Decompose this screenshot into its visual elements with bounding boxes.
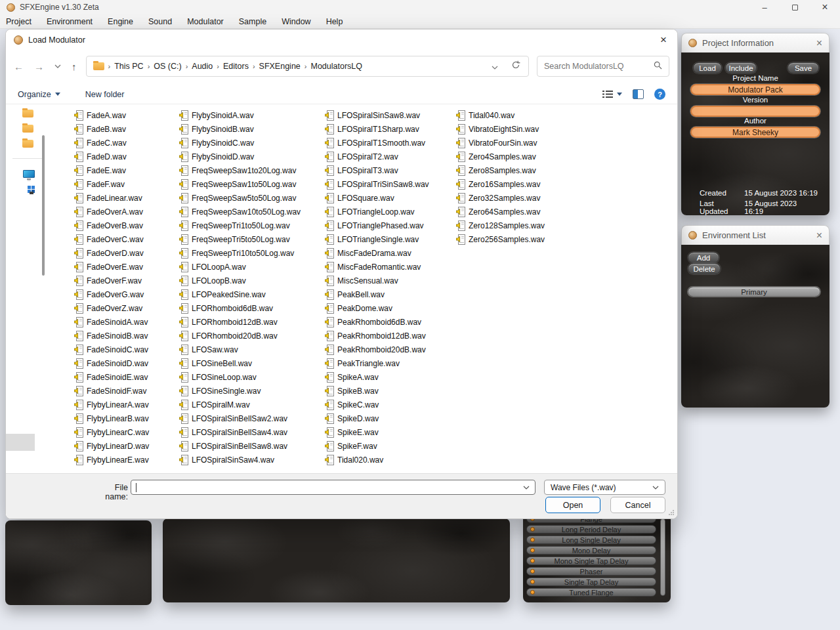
breadcrumb-item[interactable]: This PC — [112, 62, 145, 71]
file-item[interactable]: Zero128Samples.wav — [456, 219, 578, 232]
menu-help[interactable]: Help — [326, 17, 343, 26]
file-item[interactable]: MiscFadeRomantic.wav — [325, 260, 453, 274]
file-name-input[interactable] — [131, 480, 536, 495]
project-name-field[interactable]: Modulator Pack — [690, 84, 820, 95]
sidebar-scrollbar[interactable] — [42, 135, 45, 276]
panel-titlebar[interactable]: Environment List × — [681, 225, 830, 245]
file-item[interactable]: FlybySinoidA.wav — [179, 108, 322, 122]
version-field[interactable] — [690, 106, 820, 117]
file-item[interactable]: FadeOverE.wav — [74, 260, 177, 274]
search-input[interactable]: Search ModulatorsLQ — [537, 56, 669, 77]
file-item[interactable]: SpikeF.wav — [325, 439, 453, 453]
menu-modulator[interactable]: Modulator — [187, 17, 224, 26]
recent-locations-chevron-icon[interactable] — [54, 64, 61, 68]
file-item[interactable]: FlybyLinearD.wav — [74, 439, 177, 453]
file-type-select[interactable]: Wave Files (*.wav) — [544, 480, 665, 495]
file-item[interactable]: FadeE.wav — [74, 163, 177, 177]
file-item[interactable]: LFOSpiralT2.wav — [325, 150, 453, 163]
forward-icon[interactable]: → — [34, 61, 44, 72]
panel-titlebar[interactable]: Project Information × — [681, 33, 830, 52]
file-item[interactable]: FlybySinoidB.wav — [179, 122, 322, 136]
effect-item[interactable]: Mono Delay — [526, 546, 656, 555]
file-item[interactable]: LFOSpiralSinSaw8.wav — [325, 108, 453, 122]
menu-project[interactable]: Project — [6, 17, 32, 26]
file-item[interactable]: FadeB.wav — [74, 122, 177, 136]
file-item[interactable]: FreqSweepTri5to50Log.wav — [179, 232, 322, 246]
file-item[interactable]: FlybySinoidC.wav — [179, 136, 322, 150]
load-button[interactable]: Load — [693, 62, 722, 74]
file-item[interactable]: FreqSweepTri10to50Log.wav — [179, 246, 322, 260]
file-item[interactable]: Zero32Samples.wav — [456, 191, 578, 205]
effect-item[interactable]: Single Tap Delay — [526, 578, 656, 586]
file-item[interactable]: PeakRhomboid6dB.wav — [325, 315, 453, 329]
author-field[interactable]: Mark Sheeky — [690, 127, 820, 138]
file-item[interactable]: FlybySinoidD.wav — [179, 150, 322, 163]
file-item[interactable]: LFORhomboid12dB.wav — [179, 315, 322, 329]
breadcrumb-item[interactable]: Audio — [190, 62, 215, 71]
file-item[interactable]: VibratoEightSin.wav — [456, 122, 578, 136]
file-item[interactable]: FlybyLinearC.wav — [74, 425, 177, 439]
file-item[interactable]: MiscFadeDrama.wav — [325, 246, 453, 260]
effect-item[interactable]: Phaser — [526, 567, 656, 576]
file-item[interactable]: FadeOverG.wav — [74, 287, 177, 301]
include-button[interactable]: Include — [725, 62, 757, 74]
cancel-button[interactable]: Cancel — [610, 497, 665, 513]
folder-icon[interactable] — [22, 110, 33, 117]
file-item[interactable]: Zero4Samples.wav — [456, 150, 578, 163]
file-item[interactable]: Tidal020.wav — [325, 453, 453, 467]
file-item[interactable]: FadeOverF.wav — [74, 274, 177, 287]
file-item[interactable]: LFOTriangleLoop.wav — [325, 205, 453, 219]
breadcrumb-item[interactable]: ModulatorsLQ — [308, 62, 364, 71]
folder-icon[interactable] — [22, 125, 33, 133]
breadcrumb-item[interactable]: OS (C:) — [152, 62, 183, 71]
environment-item-primary[interactable]: Primary — [688, 287, 820, 297]
file-item[interactable]: LFOTrianglePhased.wav — [325, 219, 453, 232]
file-item[interactable]: LFOSpiralSinSaw4.wav — [179, 453, 322, 467]
file-item[interactable]: SpikeC.wav — [325, 398, 453, 411]
file-item[interactable]: LFOSpiralT1Smooth.wav — [325, 136, 453, 150]
file-item[interactable]: PeakBell.wav — [325, 287, 453, 301]
file-item[interactable]: LFOSquare.wav — [325, 191, 453, 205]
effect-item[interactable]: Long Period Delay — [526, 525, 656, 534]
dialog-close-icon[interactable]: × — [656, 33, 671, 47]
file-item[interactable]: LFOPeakedSine.wav — [179, 287, 322, 301]
file-item[interactable]: FadeOverB.wav — [74, 219, 177, 232]
restore-button[interactable] — [780, 0, 810, 14]
file-item[interactable]: FreqSweepTri1to50Log.wav — [179, 219, 322, 232]
file-item[interactable]: SpikeD.wav — [325, 411, 453, 425]
file-item[interactable]: FlybyLinearB.wav — [74, 411, 177, 425]
menu-environment[interactable]: Environment — [47, 17, 93, 26]
file-item[interactable]: LFOSpiralSinBellSaw8.wav — [179, 439, 322, 453]
file-item[interactable]: FadeOverZ.wav — [74, 301, 177, 315]
menu-window[interactable]: Window — [282, 17, 310, 26]
menu-sample[interactable]: Sample — [239, 17, 266, 26]
file-item[interactable]: Zero64Samples.wav — [456, 205, 578, 219]
file-item[interactable]: LFOLoopA.wav — [179, 260, 322, 274]
file-item[interactable]: Zero16Samples.wav — [456, 177, 578, 191]
file-item[interactable]: LFOTriangleSingle.wav — [325, 232, 453, 246]
file-item[interactable]: LFOSineLoop.wav — [179, 370, 322, 384]
file-item[interactable]: LFOSpiralTriSinSaw8.wav — [325, 177, 453, 191]
file-item[interactable]: LFOSpiralT3.wav — [325, 163, 453, 177]
file-item[interactable]: FadeOverA.wav — [74, 205, 177, 219]
new-folder-button[interactable]: New folder — [85, 90, 125, 99]
file-item[interactable]: FreqSweepSaw1to50Log.wav — [179, 177, 322, 191]
file-item[interactable]: FadeSinoidA.wav — [74, 315, 177, 329]
file-item[interactable]: LFOSpiralSinBellSaw4.wav — [179, 425, 322, 439]
file-item[interactable]: LFOSpiralT1Sharp.wav — [325, 122, 453, 136]
file-item[interactable]: LFOSpiralM.wav — [179, 398, 322, 411]
delete-button[interactable]: Delete — [688, 263, 721, 274]
folder-icon[interactable] — [22, 140, 33, 148]
file-item[interactable]: Zero8Samples.wav — [456, 163, 578, 177]
breadcrumb-item[interactable]: Editors — [221, 62, 251, 71]
file-item[interactable]: FadeC.wav — [74, 136, 177, 150]
minimize-button[interactable]: – — [749, 0, 780, 14]
file-item[interactable]: FadeA.wav — [74, 108, 177, 122]
resize-grip[interactable] — [668, 509, 675, 516]
organize-button[interactable]: Organize — [18, 90, 60, 99]
file-item[interactable]: FadeSinoidF.wav — [74, 384, 177, 398]
file-item[interactable]: FadeOverD.wav — [74, 246, 177, 260]
effect-item[interactable]: Tuned Flange — [526, 588, 656, 597]
horizontal-scrollbar[interactable] — [6, 434, 35, 451]
file-item[interactable]: LFOSpiralSinBellSaw2.wav — [179, 411, 322, 425]
